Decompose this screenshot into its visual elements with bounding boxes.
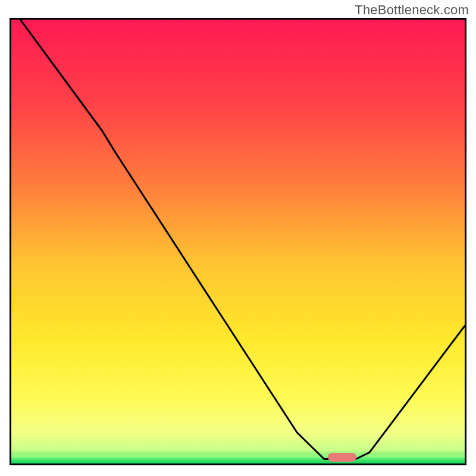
optimal-marker [328, 453, 356, 462]
watermark-text: TheBottleneck.com [355, 2, 469, 18]
curve-layer [11, 20, 465, 464]
chart-area [10, 18, 466, 465]
bottleneck-curve-line [20, 20, 465, 459]
